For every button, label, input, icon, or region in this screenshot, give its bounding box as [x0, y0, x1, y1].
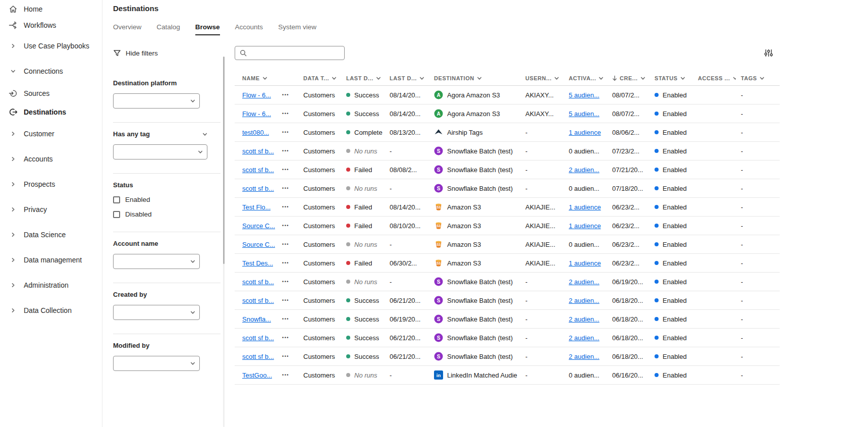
destination-name-link[interactable]: TestGoo...: [242, 371, 272, 379]
account-name-dropdown[interactable]: [113, 254, 200, 269]
destination-name-link[interactable]: Flow - 6...: [242, 110, 271, 118]
sidebar-item-use-case-playbooks[interactable]: Use Case Playbooks: [0, 33, 102, 59]
activation-data-link[interactable]: 1 audience: [569, 129, 601, 136]
chevron-right-icon: [9, 129, 18, 138]
tab-system-view[interactable]: System view: [278, 23, 316, 35]
column-header-created[interactable]: CRE...: [607, 75, 649, 81]
last-run-date-value: 08/08/2...: [390, 166, 417, 174]
destination-name-link[interactable]: Source C...: [242, 241, 275, 248]
has-any-tag-dropdown[interactable]: [113, 144, 207, 159]
more-actions-button[interactable]: •••: [281, 128, 290, 137]
destination-name-link[interactable]: test080...: [242, 129, 269, 136]
more-actions-button[interactable]: •••: [281, 258, 290, 268]
cell-activation-data: 0 audien...: [564, 179, 607, 197]
destination-name-link[interactable]: scott sf b...: [242, 278, 274, 286]
column-header-data_type[interactable]: DATA T...: [298, 75, 341, 81]
more-actions-button[interactable]: •••: [281, 221, 290, 230]
column-header-username[interactable]: USERN...: [520, 75, 564, 81]
more-actions-button[interactable]: •••: [281, 240, 290, 249]
activation-data-link[interactable]: 2 audien...: [569, 353, 600, 360]
more-actions-button[interactable]: •••: [281, 370, 290, 380]
more-actions-button[interactable]: •••: [281, 146, 290, 155]
destination-platform-dropdown[interactable]: [113, 93, 200, 109]
filters-scrollbar[interactable]: [223, 57, 225, 427]
destination-name-link[interactable]: Snowfla...: [242, 315, 271, 323]
hide-filters-button[interactable]: Hide filters: [113, 45, 158, 61]
column-header-destination[interactable]: DESTINATION: [429, 75, 520, 81]
activation-data-link[interactable]: 1 audience: [569, 259, 601, 267]
run-status-dot: [346, 186, 350, 190]
column-header-access[interactable]: ACCESS ...: [693, 75, 736, 81]
sidebar-item-administration[interactable]: Administration: [0, 273, 102, 298]
modified-by-dropdown[interactable]: [113, 356, 200, 371]
column-header-tags[interactable]: TAGS: [736, 75, 780, 81]
destination-name-link[interactable]: scott sf b...: [242, 185, 274, 192]
username-value: -: [525, 129, 527, 136]
tab-overview[interactable]: Overview: [113, 23, 141, 35]
column-header-last_run_status[interactable]: LAST D...: [341, 75, 385, 81]
destination-name-link[interactable]: scott sf b...: [242, 297, 274, 304]
column-header-status[interactable]: STATUS: [649, 75, 693, 81]
activation-data-link[interactable]: 5 audien...: [569, 110, 600, 118]
destination-name-link[interactable]: Test Des...: [242, 259, 273, 267]
activation-data-link[interactable]: 2 audien...: [569, 278, 600, 286]
more-actions-button[interactable]: •••: [281, 202, 290, 211]
sidebar-item-privacy[interactable]: Privacy: [0, 197, 102, 222]
destination-name-link[interactable]: scott sf b...: [242, 353, 274, 360]
activation-data-link[interactable]: 2 audien...: [569, 297, 600, 304]
more-actions-button[interactable]: •••: [281, 314, 290, 324]
destination-name-link[interactable]: Source C...: [242, 222, 275, 230]
more-actions-button[interactable]: •••: [281, 333, 290, 342]
search-input[interactable]: [250, 49, 340, 57]
more-actions-button[interactable]: •••: [281, 352, 290, 361]
more-actions-button[interactable]: •••: [281, 277, 290, 286]
scrollbar-thumb[interactable]: [223, 57, 225, 264]
activation-data-link[interactable]: 2 audien...: [569, 315, 600, 323]
page-title: Destinations: [113, 4, 868, 13]
cell-actions: •••: [276, 217, 298, 235]
table-toolbar: [235, 45, 868, 61]
activation-data-link[interactable]: 2 audien...: [569, 334, 600, 342]
destination-name-link[interactable]: Flow - 6...: [242, 91, 271, 99]
sidebar-item-accounts[interactable]: Accounts: [0, 146, 102, 172]
sidebar-item-workflows[interactable]: Workflows: [0, 17, 102, 33]
destination-name-link[interactable]: scott sf b...: [242, 334, 274, 342]
filter-accordion-has-any-tag[interactable]: Has any tag: [113, 130, 207, 138]
sidebar-item-data-collection[interactable]: Data Collection: [0, 298, 102, 323]
more-actions-button[interactable]: •••: [281, 90, 290, 99]
column-header-last_run_date[interactable]: LAST D...: [385, 75, 429, 81]
destination-name-link[interactable]: Test Flo...: [242, 203, 270, 211]
destination-name-link[interactable]: scott sf b...: [242, 166, 274, 174]
more-actions-button[interactable]: •••: [281, 296, 290, 305]
tab-accounts[interactable]: Accounts: [235, 23, 263, 35]
checkbox-enabled[interactable]: Enabled: [113, 196, 221, 203]
activation-data-link[interactable]: 5 audien...: [569, 91, 600, 99]
more-actions-button[interactable]: •••: [281, 165, 290, 174]
sidebar-item-customer[interactable]: Customer: [0, 121, 102, 146]
sidebar-item-destinations[interactable]: Destinations: [0, 102, 102, 121]
column-header-activation[interactable]: ACTIVA...: [564, 75, 607, 81]
cell-access-labels: [693, 198, 736, 216]
activation-data-value: 0 audien...: [569, 371, 600, 379]
tab-catalog[interactable]: Catalog: [156, 23, 180, 35]
cell-status: Enabled: [649, 291, 693, 309]
column-settings-button[interactable]: [763, 47, 775, 59]
tab-browse[interactable]: Browse: [195, 23, 220, 35]
created-by-dropdown[interactable]: [113, 305, 200, 320]
sidebar-item-sources[interactable]: Sources: [0, 84, 102, 102]
destination-name-link[interactable]: scott sf b...: [242, 147, 274, 155]
sidebar-item-prospects[interactable]: Prospects: [0, 172, 102, 197]
cell-last-run-date: 08/14/20...: [385, 86, 429, 104]
more-actions-button[interactable]: •••: [281, 109, 290, 118]
checkbox-disabled[interactable]: Disabled: [113, 210, 221, 218]
sidebar-item-data-science[interactable]: Data Science: [0, 222, 102, 247]
activation-data-link[interactable]: 1 audience: [569, 203, 601, 211]
column-header-name[interactable]: NAME: [235, 75, 276, 81]
activation-data-link[interactable]: 1 audience: [569, 222, 601, 230]
more-actions-button[interactable]: •••: [281, 184, 290, 193]
cell-last-run-date: 08/14/20...: [385, 198, 429, 216]
sidebar-item-home[interactable]: Home: [0, 1, 102, 17]
sidebar-item-connections[interactable]: Connections: [0, 59, 102, 84]
activation-data-link[interactable]: 2 audien...: [569, 166, 600, 174]
sidebar-item-data-management[interactable]: Data management: [0, 247, 102, 273]
